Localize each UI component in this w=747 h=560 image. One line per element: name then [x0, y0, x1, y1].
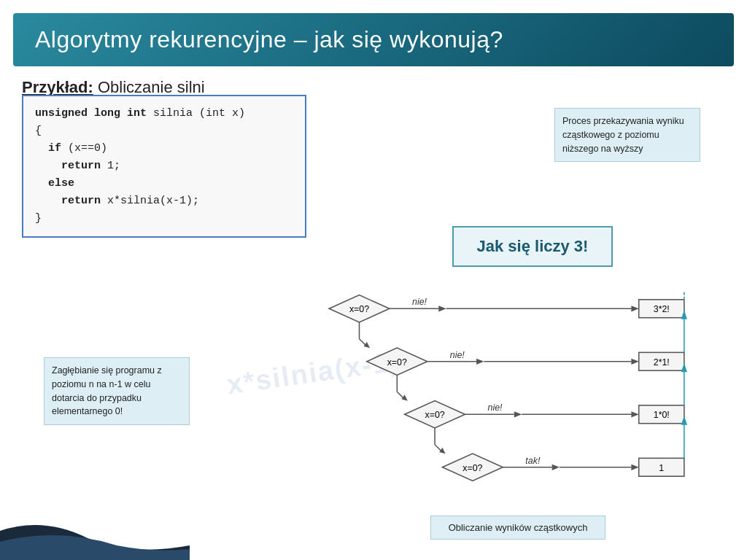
- proces-box: Proces przekazywania wyniku cząstkowego …: [554, 108, 700, 162]
- svg-marker-3: [631, 306, 638, 311]
- flowchart-svg: x=0? nie! 3*2! x=0? nie! 2*1! x=0? nie!: [306, 292, 729, 525]
- code-line-2: {: [35, 122, 293, 140]
- flowchart-area: x=0? nie! 3*2! x=0? nie! 2*1! x=0? nie!: [306, 292, 729, 525]
- label-cond-1: x=0?: [349, 304, 369, 314]
- slide-header: Algorytmy rekurencyjne – jak się wykonuj…: [13, 13, 734, 66]
- label-nie-2: nie!: [450, 350, 465, 360]
- result-label-2: 2*1!: [654, 357, 670, 368]
- obliczanie-box: Obliczanie wyników cząstkowych: [430, 516, 605, 540]
- code-line-7: }: [35, 210, 293, 228]
- svg-marker-1: [438, 306, 446, 311]
- liczy-text: Jak się liczy 3!: [477, 237, 589, 256]
- svg-marker-19: [552, 464, 560, 470]
- liczy-box: Jak się liczy 3!: [452, 226, 613, 267]
- code-line-3: if (x==0): [35, 140, 293, 158]
- bottom-decoration: [0, 502, 190, 560]
- code-line-4: return 1;: [35, 158, 293, 175]
- header-title: Algorytmy rekurencyjne – jak się wykonuj…: [35, 26, 712, 53]
- label-tak-4: tak!: [525, 456, 541, 466]
- subtitle-label: Przykład:: [22, 78, 93, 96]
- result-label-4: 1: [659, 463, 664, 473]
- svg-marker-7: [631, 359, 638, 365]
- code-line-1: unsigned long int silnia (int x): [35, 105, 293, 122]
- result-label-3: 1*0!: [654, 410, 670, 420]
- svg-marker-14: [631, 411, 638, 417]
- label-nie-1: nie!: [412, 297, 427, 307]
- zagl-text: Zagłębianie się programu z poziomu n na …: [52, 365, 162, 416]
- label-nie-3: nie!: [488, 402, 503, 413]
- oblicz-text: Obliczanie wyników cząstkowych: [449, 522, 588, 533]
- code-line-5: else: [35, 175, 293, 192]
- subtitle-text: Obliczanie silni: [93, 78, 205, 96]
- label-cond-3: x=0?: [425, 410, 444, 420]
- label-cond-4: x=0?: [462, 463, 482, 473]
- code-box: unsigned long int silnia (int x) { if (x…: [22, 95, 306, 238]
- proces-text: Proces przekazywania wyniku cząstkowego …: [562, 116, 684, 154]
- code-line-6: return x*silnia(x-1);: [35, 192, 293, 210]
- svg-marker-12: [514, 411, 522, 417]
- svg-marker-21: [631, 464, 638, 470]
- result-label-1: 3*2!: [654, 304, 670, 314]
- svg-marker-5: [476, 359, 484, 365]
- label-cond-2: x=0?: [387, 357, 407, 368]
- zaglebianie-box: Zagłębianie się programu z poziomu n na …: [44, 357, 190, 425]
